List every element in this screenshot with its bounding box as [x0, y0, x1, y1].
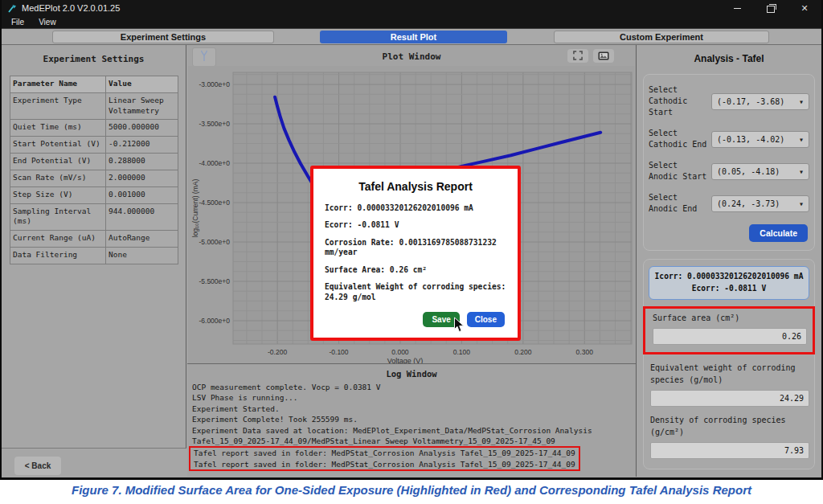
svg-text:-3.500e+0: -3.500e+0 — [199, 120, 230, 128]
chevron-down-icon: ▾ — [799, 135, 804, 144]
table-row: Step Size (V)0.001000 — [10, 186, 178, 203]
report-line: Ecorr: -0.0811 V — [325, 220, 506, 230]
dialog-buttons: Save Close — [325, 312, 506, 327]
tafel-results-card: Icorr: 0.00003320126202010096 mA Ecorr: … — [643, 259, 815, 469]
table-row: Quiet Time (ms)5000.000000 — [10, 120, 178, 137]
experiment-settings-panel: Experiment Settings Parameter Name Value… — [2, 45, 186, 449]
table-row: Start Potential (V)-0.212000 — [10, 137, 178, 154]
svg-text:-3.000e+0: -3.000e+0 — [199, 80, 230, 88]
table-row: Current Range (uA)AutoRange — [10, 231, 178, 248]
save-plot-image-button[interactable] — [593, 49, 614, 63]
select-cathodic-start[interactable]: (-0.17, -3.68)▾ — [711, 93, 809, 110]
minimize-icon — [734, 8, 741, 9]
menu-file[interactable]: File — [11, 18, 24, 27]
svg-text:0.000: 0.000 — [391, 348, 409, 356]
parameter-name-cell: Start Potential (V) — [10, 137, 106, 154]
log-line: LSV Phase is running... — [192, 392, 631, 403]
select-row-cathodic-start: Select Cathodic Start(-0.17, -3.68)▾ — [649, 84, 809, 118]
table-row: Data FilteringNone — [10, 247, 178, 264]
field-input-density[interactable]: 7.93 — [650, 442, 809, 459]
log-window[interactable]: Log Window OCP measurement complete. Voc… — [187, 363, 636, 477]
minimize-button[interactable] — [720, 0, 754, 16]
field-input-equivalent-weight[interactable]: 24.29 — [650, 390, 809, 407]
column-header-value: Value — [106, 76, 178, 93]
tab-custom-experiment[interactable]: Custom Experiment — [554, 31, 769, 43]
table-row: End Potential (V)0.288000 — [10, 154, 178, 170]
select-label-anodic-start: Select Anodic Start — [649, 160, 711, 182]
tafel-selection-card: Select Cathodic Start(-0.17, -3.68)▾Sele… — [643, 74, 815, 251]
select-cathodic-end[interactable]: (-0.13, -4.02)▾ — [711, 131, 809, 148]
select-value: (0.05, -4.18) — [717, 167, 799, 176]
svg-text:Voltage (V): Voltage (V) — [387, 357, 424, 363]
svg-text:0.100: 0.100 — [453, 348, 471, 356]
select-anodic-end[interactable]: (0.24, -3.73)▾ — [711, 195, 809, 212]
maximize-button[interactable] — [754, 0, 788, 16]
svg-text:-6.000e+0: -6.000e+0 — [199, 317, 230, 325]
parameter-name-cell: Data Filtering — [10, 247, 106, 264]
report-line: Icorr: 0.00003320126202010096 mA — [325, 203, 506, 213]
dialog-title: Tafel Analysis Report — [325, 180, 506, 193]
svg-text:-4.000e+0: -4.000e+0 — [199, 159, 230, 167]
log-line: OCP measurement complete. Vocp = 0.0381 … — [192, 382, 631, 392]
parameter-value-cell: AutoRange — [106, 231, 178, 248]
log-line: Experiment Data saved at location: MedEP… — [192, 425, 631, 447]
window-controls: ✕ — [720, 0, 821, 16]
svg-text:log₁₀(Current) (mA): log₁₀(Current) (mA) — [191, 179, 199, 238]
tab-strip: Experiment Settings Result Plot Custom E… — [2, 28, 821, 45]
dialog-body: Icorr: 0.00003320126202010096 mAEcorr: -… — [325, 203, 506, 302]
chevron-down-icon: ▾ — [799, 97, 804, 106]
title-bar: MedEPlot 2.0 V2.0.01.25 ✕ — [2, 0, 821, 16]
report-row: Corrosion Rate (mm/year) Get Report — [643, 479, 815, 480]
app-logo-icon — [8, 4, 17, 13]
parameter-name-cell: Quiet Time (ms) — [10, 120, 106, 137]
svg-text:0.300: 0.300 — [576, 348, 594, 356]
screenshot-stage: MedEPlot 2.0 V2.0.01.25 ✕ File View Expe… — [0, 0, 823, 504]
parameter-name-cell: Current Range (uA) — [10, 231, 106, 248]
report-line: Equivalent Weight of corroding species: … — [325, 282, 506, 302]
parameter-name-cell: Experiment Type — [10, 92, 106, 120]
tab-result-plot[interactable]: Result Plot — [320, 31, 507, 43]
column-header-parameter: Parameter Name — [10, 76, 106, 93]
field-input-surface-area[interactable]: 0.26 — [653, 328, 807, 345]
table-row: Scan Rate (mV/s)2.000000 — [10, 170, 178, 186]
close-button[interactable]: ✕ — [788, 0, 821, 16]
back-button[interactable]: < Back — [14, 457, 61, 475]
parameter-value-cell: Linear Sweep Voltammetry — [106, 92, 178, 120]
experiment-settings-title: Experiment Settings — [2, 54, 186, 64]
chevron-down-icon: ▾ — [799, 167, 804, 176]
parameter-value-cell: None — [106, 247, 178, 264]
field-label-equivalent-weight: Equivalent weight of corroding species (… — [650, 363, 809, 386]
menu-view[interactable]: View — [39, 18, 56, 27]
parameter-value-cell: 944.000000 — [106, 203, 178, 231]
ecorr-result: Ecorr: -0.0811 V — [651, 283, 807, 295]
calculate-button[interactable]: Calculate — [749, 224, 808, 242]
close-dialog-button[interactable]: Close — [467, 312, 505, 327]
select-row-cathodic-end: Select Cathodic End(-0.13, -4.02)▾ — [649, 128, 809, 150]
select-value: (0.24, -3.73) — [717, 199, 799, 208]
app-window: MedEPlot 2.0 V2.0.01.25 ✕ File View Expe… — [0, 0, 823, 480]
parameter-name-cell: End Potential (V) — [10, 154, 106, 170]
table-row: Sampling Interval (ms)944.000000 — [10, 203, 178, 231]
menu-bar: File View — [2, 16, 821, 28]
chevron-down-icon: ▾ — [799, 199, 804, 208]
fullscreen-button[interactable] — [567, 49, 588, 63]
parameter-value-cell: 5000.000000 — [106, 120, 178, 137]
parameters-table: Parameter Name Value Experiment TypeLine… — [10, 76, 178, 264]
tab-experiment-settings[interactable]: Experiment Settings — [52, 31, 274, 43]
log-line: Experiment Complete! Took 255599 ms. — [192, 414, 631, 424]
log-highlight-box: Tafel report saved in folder: MedPStat_C… — [189, 446, 580, 471]
restore-icon — [767, 6, 775, 13]
figure-caption: Figure 7. Modified Surface Area for One-… — [0, 483, 823, 497]
window-title: MedEPlot 2.0 V2.0.01.25 — [22, 3, 120, 13]
report-line: Surface Area: 0.26 cm² — [325, 265, 506, 275]
log-line: Experiment Started. — [192, 404, 631, 414]
field-label-surface-area: Surface area (cm²) — [653, 313, 807, 325]
select-anodic-start[interactable]: (0.05, -4.18)▾ — [711, 163, 809, 180]
select-value: (-0.17, -3.68) — [717, 97, 799, 106]
get-report-button[interactable]: Get Report — [747, 479, 813, 480]
svg-text:-4.500e+0: -4.500e+0 — [199, 199, 230, 207]
log-window-title: Log Window — [187, 369, 636, 379]
log-lines: OCP measurement complete. Vocp = 0.0381 … — [192, 382, 631, 471]
report-line: Corrosion Rate: 0.0013169785088731232 mm… — [325, 238, 506, 258]
svg-text:-0.100: -0.100 — [329, 348, 348, 356]
